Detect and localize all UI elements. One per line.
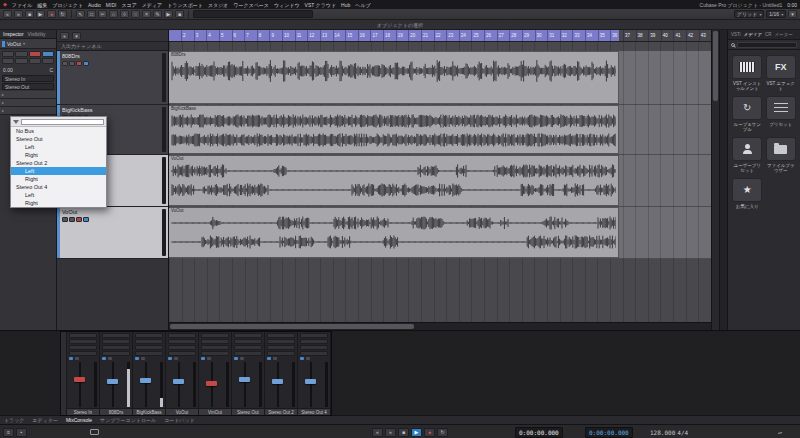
quantize-select[interactable]: 1/16▾ [766, 10, 786, 18]
monitor-button[interactable] [102, 357, 106, 360]
stop-button[interactable]: ■ [25, 10, 34, 18]
tab-inspector[interactable]: Inspector [3, 31, 24, 37]
slot[interactable] [234, 333, 262, 338]
monitor-button[interactable] [267, 357, 271, 360]
tempo-display[interactable]: 128.000 [650, 429, 675, 436]
dropdown-item[interactable]: Right [11, 151, 106, 159]
secondary-time-display[interactable]: 0:00:00.000 [585, 427, 633, 438]
track-header[interactable]: VoOut [57, 207, 168, 259]
solo-button[interactable] [69, 217, 75, 222]
media-tile-button[interactable]: ★ [732, 178, 762, 202]
fader-handle[interactable] [173, 379, 184, 384]
tab-visibility[interactable]: Visibility [28, 31, 46, 37]
record-enable-button[interactable] [76, 61, 82, 66]
horizontal-scroll-thumb[interactable] [170, 324, 414, 329]
menu-item[interactable]: Audio [88, 2, 101, 8]
menu-item[interactable]: ウィンドウ [274, 2, 300, 8]
monitor-button[interactable] [234, 357, 238, 360]
dropdown-item[interactable]: Left [11, 167, 106, 175]
monitor-button[interactable] [300, 357, 304, 360]
inspector-section[interactable]: ▸ [0, 107, 56, 115]
zoom-tool[interactable]: ○ [131, 10, 140, 18]
erase-tool[interactable]: ◊ [120, 10, 129, 18]
slot[interactable] [168, 345, 196, 350]
slot[interactable] [300, 345, 328, 350]
mixer-channel[interactable]: Stereo Out 2 [265, 332, 298, 415]
mute-button[interactable] [62, 61, 68, 66]
zone-tab-0[interactable]: トラック [4, 417, 24, 423]
mute-button[interactable] [2, 51, 14, 57]
track-lane[interactable]: VoOut [169, 155, 711, 207]
slot[interactable] [135, 339, 163, 344]
horizontal-scrollbar[interactable] [169, 322, 711, 330]
media-tile-button[interactable]: FX [766, 55, 796, 79]
inspector-section[interactable]: ▸ [0, 99, 56, 107]
io-channels-row[interactable]: 入出力チャンネル [57, 42, 168, 51]
right-tab-1[interactable]: メディア [744, 32, 762, 37]
vertical-scroll-thumb[interactable] [713, 31, 718, 101]
record-enable-button[interactable] [76, 217, 82, 222]
mute-button[interactable] [62, 217, 68, 222]
dropdown-item[interactable]: Right [11, 175, 106, 183]
range-tool[interactable]: □ [87, 10, 96, 18]
right-tab-2[interactable]: CR [765, 32, 772, 37]
track-lane[interactable]: BigKickBass [169, 105, 711, 155]
volume-value[interactable]: 0.00 [3, 67, 13, 73]
audio-event[interactable]: BigKickBass [169, 105, 619, 154]
menu-item[interactable]: MIDI [106, 2, 117, 8]
record-button[interactable]: ● [424, 428, 435, 437]
add-track-button[interactable]: + [60, 32, 69, 40]
scrub-tool[interactable]: ▶ [164, 10, 173, 18]
timeline-ruler[interactable]: 2345678910111213141516171819202122232425… [169, 30, 711, 42]
slot[interactable] [69, 333, 97, 338]
write-automation-button[interactable] [15, 58, 27, 64]
edit-button[interactable] [141, 357, 145, 360]
mixer-channel[interactable]: Stereo In [67, 332, 100, 415]
dropdown-filter-input[interactable] [21, 119, 104, 125]
slot[interactable] [102, 333, 130, 338]
freeze-button[interactable] [29, 58, 41, 64]
fader-handle[interactable] [74, 377, 85, 382]
inspector-section[interactable]: ▸ [0, 91, 56, 99]
slot[interactable] [201, 345, 229, 350]
audio-event[interactable]: VoOut [169, 207, 619, 258]
rewind-button[interactable]: « [372, 428, 383, 437]
audio-event[interactable]: VoOut [169, 155, 619, 206]
dropdown-item[interactable]: Left [11, 143, 106, 151]
edit-button[interactable] [108, 357, 112, 360]
menu-item[interactable]: スコア [121, 2, 136, 8]
draw-tool[interactable]: ✎ [153, 10, 162, 18]
mixer-channel[interactable]: VmOut [199, 332, 232, 415]
media-tile-button[interactable] [766, 137, 796, 161]
slot[interactable] [168, 339, 196, 344]
slot[interactable] [234, 339, 262, 344]
slot[interactable] [102, 339, 130, 344]
edit-button[interactable] [75, 357, 79, 360]
menu-item[interactable]: ファイル [12, 2, 32, 8]
fader-handle[interactable] [140, 378, 151, 383]
primary-time-display[interactable]: 0:00:00.000 [515, 427, 563, 438]
menu-item[interactable]: トランスポート [167, 2, 203, 8]
output-routing-select[interactable]: Stereo Out [2, 83, 54, 90]
snap-toggle[interactable]: ▾ [788, 10, 797, 18]
fader-handle[interactable] [206, 381, 217, 386]
zone-tab-4[interactable]: コードパッド [164, 417, 195, 423]
edit-button[interactable] [306, 357, 310, 360]
right-tab-3[interactable]: メーター [775, 32, 793, 37]
monitor-button[interactable] [83, 61, 89, 66]
zone-tab-2[interactable]: MixConsole [66, 417, 92, 423]
forward-button[interactable]: » [385, 428, 396, 437]
slot[interactable] [135, 345, 163, 350]
vertical-scrollbar[interactable] [711, 30, 719, 330]
timesig-display[interactable]: 4/4 [677, 429, 688, 436]
select-tool[interactable]: ↖ [76, 10, 85, 18]
edit-button[interactable] [174, 357, 178, 360]
track-lane[interactable]: VoOut [169, 207, 711, 259]
color-tool[interactable]: ■ [175, 10, 184, 18]
menu-item[interactable]: プロジェクト [52, 2, 83, 8]
record-button[interactable]: ● [47, 10, 56, 18]
glue-tool[interactable]: ∩ [109, 10, 118, 18]
grid-type-select[interactable]: グリッド▾ [734, 10, 764, 18]
slot[interactable] [201, 339, 229, 344]
edit-button[interactable] [240, 357, 244, 360]
